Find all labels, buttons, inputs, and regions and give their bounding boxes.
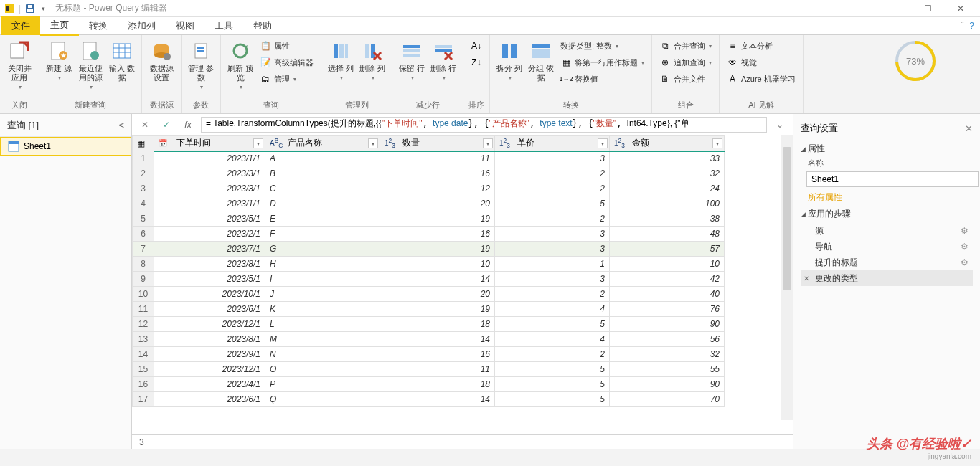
select-all-icon[interactable]: ▦ xyxy=(137,138,145,148)
applied-step[interactable]: 提升的标题⚙ xyxy=(801,255,973,270)
table-row[interactable]: 122023/12/1L18590 xyxy=(133,317,725,332)
replace-values-button[interactable]: 1→2替换值 xyxy=(557,71,647,87)
recent-sources-button[interactable]: 最近使 用的源▾ xyxy=(75,37,105,98)
merge-queries-button[interactable]: ⧉合并查询▾ xyxy=(656,38,715,54)
step-settings-icon[interactable]: ⚙ xyxy=(961,257,969,267)
column-header[interactable]: 📅 下单时间▾ xyxy=(154,136,265,151)
manage-button[interactable]: 🗂管理▾ xyxy=(257,71,316,87)
all-properties-link[interactable]: 所有属性 xyxy=(808,191,973,204)
close-apply-button[interactable]: 关闭并 应用▾ xyxy=(4,37,34,98)
applied-step[interactable]: ✕更改的类型 xyxy=(801,270,973,286)
applied-steps-section[interactable]: 应用的步骤 xyxy=(801,208,973,220)
tab-home[interactable]: 主页 xyxy=(40,16,79,36)
sort-desc-button[interactable]: Z↓ xyxy=(468,54,485,70)
table-row[interactable]: 92023/5/1I14342 xyxy=(133,272,725,287)
close-settings-icon[interactable]: ✕ xyxy=(965,123,973,134)
column-header[interactable]: 123 单价▾ xyxy=(495,136,610,151)
manage-params-button[interactable]: 管理 参数▾ xyxy=(186,37,216,98)
table-row[interactable]: 112023/6/1K19476 xyxy=(133,302,725,317)
append-queries-button[interactable]: ⊕追加查询▾ xyxy=(656,54,715,70)
remove-rows-button[interactable]: 删除 行▾ xyxy=(428,37,458,98)
column-type-icon[interactable]: 123 xyxy=(385,137,400,149)
query-name-input[interactable] xyxy=(806,171,979,187)
firstrow-header-button[interactable]: ▦将第一行用作标题▾ xyxy=(557,54,647,70)
tab-view[interactable]: 视图 xyxy=(166,16,204,35)
merge-files-button[interactable]: 🗎合并文件 xyxy=(656,71,715,87)
save-icon[interactable] xyxy=(25,4,35,14)
remove-columns-button[interactable]: 删除 列▾ xyxy=(357,37,387,98)
tab-file[interactable]: 文件 xyxy=(1,16,40,35)
collapse-queries-icon[interactable]: < xyxy=(118,120,124,130)
svg-point-23 xyxy=(234,44,247,57)
enter-data-button[interactable]: 输入 数据 xyxy=(107,37,137,98)
advanced-editor-button[interactable]: 📝高级编辑器 xyxy=(257,54,316,70)
tab-tool[interactable]: 工具 xyxy=(204,16,243,35)
collapse-ribbon-icon[interactable]: ˆ xyxy=(961,21,963,31)
svg-rect-28 xyxy=(371,44,375,58)
undo-dropdown-icon[interactable]: ▾ xyxy=(38,4,48,14)
query-item-sheet1[interactable]: Sheet1 xyxy=(0,137,131,156)
table-row[interactable]: 42023/1/1D205100 xyxy=(133,196,725,211)
column-type-icon[interactable]: ABC xyxy=(270,137,286,149)
new-source-button[interactable]: ★新建 源▾ xyxy=(44,37,74,98)
vertical-scrollbar[interactable] xyxy=(781,135,793,420)
column-header[interactable]: 123 数量▾ xyxy=(380,136,495,151)
table-row[interactable]: 72023/7/1G19357 xyxy=(133,242,725,257)
formula-input[interactable]: = Table.TransformColumnTypes(提升的标题,{{"下单… xyxy=(201,117,767,133)
column-type-icon[interactable]: 📅 xyxy=(159,139,174,147)
tab-addcolumn[interactable]: 添加列 xyxy=(118,16,166,35)
progress-ring: 73% xyxy=(894,39,937,82)
table-row[interactable]: 22023/3/1B16232 xyxy=(133,166,725,181)
column-filter-icon[interactable]: ▾ xyxy=(253,138,263,148)
tab-help[interactable]: 帮助 xyxy=(243,16,282,35)
datasource-settings-button[interactable]: 数据源 设置 xyxy=(146,37,176,98)
table-row[interactable]: 62023/2/1F16348 xyxy=(133,227,725,242)
table-row[interactable]: 162023/4/1P18590 xyxy=(133,377,725,392)
choose-columns-button[interactable]: 选择 列▾ xyxy=(326,37,356,98)
text-analysis-button[interactable]: ≡文本分析 xyxy=(724,38,798,54)
table-row[interactable]: 32023/3/1C12224 xyxy=(133,181,725,196)
maximize-button[interactable]: ☐ xyxy=(911,0,944,17)
properties-button[interactable]: 📋属性 xyxy=(257,38,316,54)
formula-cancel-icon[interactable]: ✕ xyxy=(136,117,154,133)
table-row[interactable]: 82023/8/1H10110 xyxy=(133,257,725,272)
datatype-button[interactable]: 数据类型: 整数▾ xyxy=(557,38,647,54)
formula-accept-icon[interactable]: ✓ xyxy=(158,117,175,133)
refresh-preview-button[interactable]: 刷新 预览▾ xyxy=(225,37,255,98)
table-row[interactable]: 102023/10/1J20240 xyxy=(133,287,725,302)
column-header[interactable]: ABC 产品名称▾ xyxy=(265,136,380,151)
step-settings-icon[interactable]: ⚙ xyxy=(961,226,969,236)
tab-transform[interactable]: 转换 xyxy=(79,16,118,35)
close-button[interactable]: ✕ xyxy=(944,0,977,17)
applied-step[interactable]: 源⚙ xyxy=(801,223,973,239)
svg-rect-11 xyxy=(113,44,131,58)
help-icon[interactable]: ? xyxy=(969,21,974,31)
formula-expand-icon[interactable]: ⌄ xyxy=(771,117,788,133)
table-row[interactable]: 152023/12/1O11555 xyxy=(133,362,725,377)
table-row[interactable]: 172023/6/1Q14570 xyxy=(133,392,725,407)
column-type-icon[interactable]: 123 xyxy=(499,137,515,149)
groupby-button[interactable]: 分组 依据 xyxy=(526,37,556,98)
column-filter-icon[interactable]: ▾ xyxy=(483,138,493,148)
applied-step[interactable]: 导航⚙ xyxy=(801,239,973,255)
column-type-icon[interactable]: 123 xyxy=(614,137,630,149)
table-row[interactable]: 12023/1/1A11333 xyxy=(133,151,725,166)
vision-button[interactable]: 👁视觉 xyxy=(724,54,798,70)
column-filter-icon[interactable]: ▾ xyxy=(712,138,722,148)
column-filter-icon[interactable]: ▾ xyxy=(598,138,608,148)
properties-section[interactable]: 属性 xyxy=(801,143,973,155)
sort-asc-button[interactable]: A↓ xyxy=(468,38,485,54)
table-row[interactable]: 142023/9/1N16232 xyxy=(133,347,725,362)
split-column-button[interactable]: 拆分 列▾ xyxy=(494,37,524,98)
fx-icon[interactable]: fx xyxy=(179,117,197,133)
step-settings-icon[interactable]: ⚙ xyxy=(961,242,969,252)
column-header[interactable]: 123 金额▾ xyxy=(610,136,725,151)
keep-rows-button[interactable]: 保留 行▾ xyxy=(397,37,427,98)
delete-step-icon[interactable]: ✕ xyxy=(804,275,809,282)
column-filter-icon[interactable]: ▾ xyxy=(368,138,378,148)
table-row[interactable]: 132023/8/1M14456 xyxy=(133,332,725,347)
minimize-button[interactable]: ─ xyxy=(878,0,911,17)
azure-ml-button[interactable]: AAzure 机器学习 xyxy=(724,71,798,87)
table-row[interactable]: 52023/5/1E19238 xyxy=(133,211,725,227)
watermark: 头条 @有经验啦✓ jingyanla.com xyxy=(867,435,971,460)
